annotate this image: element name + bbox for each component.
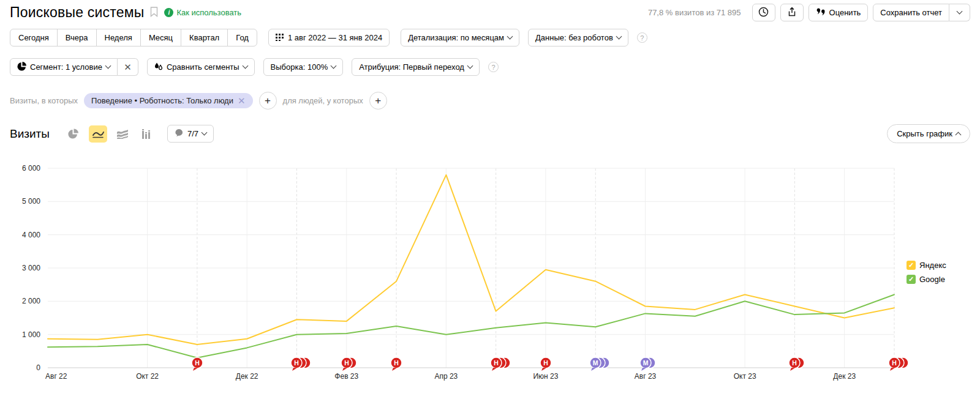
line-chart-type-icon[interactable] (89, 125, 107, 143)
hide-chart-label: Скрыть график (897, 129, 952, 138)
close-icon: ✕ (124, 62, 132, 73)
period-filter-row: Сегодня Вчера Неделя Месяц Квартал Год 1… (10, 29, 970, 47)
annotation-marker[interactable]: Н (888, 356, 909, 373)
svg-text:4 000: 4 000 (22, 231, 40, 239)
help-icon[interactable]: ? (488, 62, 499, 72)
save-report-menu-button[interactable] (949, 4, 970, 21)
info-icon: i (164, 8, 173, 17)
svg-text:5 000: 5 000 (22, 197, 40, 206)
annotation-marker[interactable]: М (589, 356, 610, 373)
segment-pie-icon (17, 62, 26, 73)
svg-text:Авг 23: Авг 23 (635, 372, 657, 381)
add-visit-condition-button[interactable]: + (259, 92, 277, 110)
chevron-up-icon (956, 132, 962, 138)
detail-dropdown[interactable]: Детализация: по месяцам (401, 29, 519, 47)
svg-text:Дек 23: Дек 23 (833, 372, 856, 381)
svg-text:1 000: 1 000 (22, 330, 40, 339)
add-people-condition-button[interactable]: + (369, 92, 387, 110)
segment-group: Сегмент: 1 условие ✕ (10, 58, 138, 76)
attribution-label: Атрибуция: Первый переход (359, 62, 464, 72)
svg-text:Дек 22: Дек 22 (236, 372, 258, 381)
period-tab-month[interactable]: Месяц (140, 29, 181, 47)
attribution-dropdown[interactable]: Атрибуция: Первый переход (352, 58, 480, 76)
help-icon[interactable]: ? (637, 32, 647, 43)
clock-icon (758, 7, 769, 19)
svg-text:Июн 23: Июн 23 (533, 372, 558, 381)
legend-item[interactable]: ✓Яндекс (907, 261, 946, 270)
bookmark-icon[interactable] (150, 7, 158, 19)
period-tab-quarter[interactable]: Квартал (181, 29, 228, 47)
chart-controls-row: Визиты 7/7 Скрыть график (10, 124, 970, 143)
period-tab-week[interactable]: Неделя (96, 29, 141, 47)
chevron-down-icon (507, 34, 513, 40)
svg-text:Н: Н (543, 359, 548, 367)
svg-text:Н: Н (394, 359, 399, 367)
visits-line-chart: 01 0002 0003 0004 0005 0006 000Авг 22Окт… (0, 155, 931, 393)
svg-text:2 000: 2 000 (22, 297, 40, 305)
annotations-dropdown[interactable]: 7/7 (167, 125, 214, 143)
how-to-use-label: Как использовать (176, 8, 241, 17)
sample-label: Выборка: 100% (271, 62, 328, 72)
svg-text:Н: Н (892, 359, 897, 367)
legend-item[interactable]: ✓Google (907, 275, 946, 284)
annotations-count: 7/7 (187, 129, 198, 138)
segment-clear-button[interactable]: ✕ (118, 58, 138, 76)
close-icon[interactable]: ✕ (238, 98, 246, 104)
bar-chart-type-icon[interactable] (138, 125, 156, 143)
chevron-down-icon (105, 63, 111, 69)
export-button[interactable] (780, 4, 804, 21)
sample-dropdown[interactable]: Выборка: 100% (263, 58, 344, 76)
annotation-marker[interactable]: М (639, 356, 656, 373)
period-tabs: Сегодня Вчера Неделя Месяц Квартал Год (10, 29, 257, 47)
chevron-down-icon (331, 63, 337, 69)
svg-text:Окт 22: Окт 22 (136, 372, 159, 381)
rate-button[interactable]: Оценить (809, 4, 869, 21)
segment-condition-chip[interactable]: Поведение • Роботность: Только люди ✕ (84, 93, 252, 108)
rate-label: Оценить (829, 8, 861, 17)
history-button[interactable] (752, 4, 775, 21)
annotation-marker[interactable]: Н (191, 356, 203, 373)
compare-segments-dropdown[interactable]: Сравнить сегменты (147, 58, 255, 76)
visits-in-which-label: Визиты, в которых (10, 96, 78, 105)
how-to-use-link[interactable]: i Как использовать (164, 8, 241, 17)
annotation-marker[interactable]: Н (290, 356, 311, 373)
segment-dropdown[interactable]: Сегмент: 1 условие (10, 58, 118, 76)
annotation-marker[interactable]: Н (341, 356, 357, 373)
svg-text:Фев 23: Фев 23 (334, 372, 358, 381)
data-dropdown[interactable]: Данные: без роботов (528, 29, 628, 47)
annotation-marker[interactable]: Н (390, 356, 402, 373)
feedback-quotes-icon (816, 7, 826, 18)
svg-text:Н: Н (295, 359, 300, 367)
detail-label: Детализация: по месяцам (408, 33, 504, 42)
legend-label: Яндекс (919, 261, 946, 270)
legend-checkbox[interactable]: ✓ (907, 275, 916, 284)
date-range-button[interactable]: 1 авг 2022 — 31 янв 2024 (268, 29, 390, 47)
pie-chart-type-icon[interactable] (64, 125, 83, 143)
legend-checkbox[interactable]: ✓ (907, 261, 916, 270)
stacked-area-chart-type-icon[interactable] (113, 125, 132, 143)
speech-bubble-icon (175, 128, 184, 139)
for-people-label: для людей, у которых (283, 96, 363, 105)
visits-summary: 77,8 % визитов из 71 895 (648, 8, 741, 17)
data-label: Данные: без роботов (535, 33, 613, 42)
svg-text:Н: Н (344, 359, 349, 367)
compare-segments-label: Сравнить сегменты (167, 62, 239, 72)
chevron-down-icon (467, 63, 473, 69)
svg-text:3 000: 3 000 (22, 264, 40, 272)
annotation-marker[interactable]: Н (540, 356, 552, 373)
hide-chart-button[interactable]: Скрыть график (887, 124, 970, 143)
annotation-marker[interactable]: Н (788, 356, 805, 373)
segment-label: Сегмент: 1 условие (30, 62, 102, 72)
period-tab-year[interactable]: Год (227, 29, 257, 47)
period-tab-today[interactable]: Сегодня (10, 29, 58, 47)
save-report-split: Сохранить отчет (873, 4, 970, 21)
annotation-marker[interactable]: Н (490, 356, 511, 373)
report-header: Поисковые системы i Как использовать 77,… (10, 4, 970, 21)
segment-conditions-row: Визиты, в которых Поведение • Роботность… (10, 92, 970, 110)
svg-text:Апр 23: Апр 23 (434, 372, 458, 381)
metric-title: Визиты (10, 127, 50, 141)
period-tab-yesterday[interactable]: Вчера (57, 29, 97, 47)
svg-text:Окт 23: Окт 23 (734, 372, 756, 381)
chip-label: Поведение • Роботность: Только люди (91, 96, 233, 105)
save-report-button[interactable]: Сохранить отчет (873, 4, 949, 21)
